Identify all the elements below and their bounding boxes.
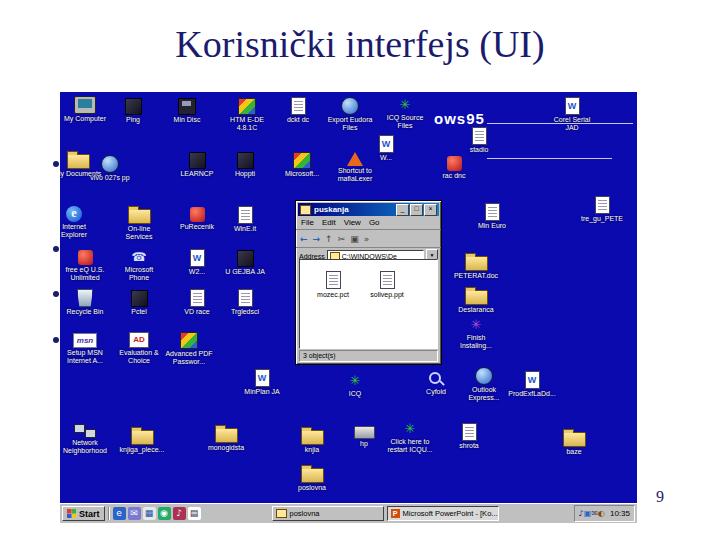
desktop-icon-label: VD race [173, 308, 221, 316]
desktop-icon-peterat[interactable]: PETERAT.doc [452, 252, 500, 280]
desktop-icon-finish-instaling[interactable]: Finish Instaling... [452, 316, 500, 350]
folder-icon [276, 509, 287, 518]
bullet-dot [53, 246, 59, 252]
cut-icon[interactable]: ✂ [338, 234, 346, 244]
desktop-icon-label: U GEJBA JA [221, 268, 269, 276]
desktop-icon-setup-msn[interactable]: Setup MSN Internet A... [61, 330, 109, 365]
fax-icon[interactable]: ✉ [591, 509, 598, 518]
maximize-button[interactable]: □ [410, 204, 423, 216]
file-name: solivep.ppt [364, 291, 410, 299]
desktop-icon-microsoft-phone[interactable]: Microsoft Phone [115, 248, 163, 282]
desktop-icon-network-neighborhood[interactable]: Network Neighborhood [61, 422, 109, 455]
taskbar-button[interactable]: poslovna [272, 506, 384, 521]
desktop-icon-poslovna-folder[interactable]: poslovna [288, 464, 336, 492]
desktop-icon-icq[interactable]: ICQ [331, 372, 379, 398]
desktop-icon-outlook-express[interactable]: Outlook Express... [460, 366, 508, 402]
overflow-chevron-icon[interactable]: » [364, 234, 370, 244]
desktop-icon-label: Internet Explorer [60, 223, 98, 239]
desktop-icon-stadio[interactable]: stadio [455, 126, 503, 154]
desktop-icon-my-computer[interactable]: My Computer [61, 96, 109, 123]
desktop-icon-label: poslovna [288, 484, 336, 492]
desktop-icon-corel-serial[interactable]: Corel Serial JAD [548, 96, 596, 132]
internet-explorer-icon[interactable]: e [113, 507, 126, 520]
channels-icon[interactable]: ◉ [158, 507, 171, 520]
outlook-mail-icon[interactable]: ✉ [128, 507, 141, 520]
menu-view[interactable]: View [344, 218, 361, 227]
desktop-icon-vlvo-027s[interactable]: vlvo 027s pp [86, 154, 134, 182]
desktop-icon-pctel[interactable]: Pctel [115, 288, 163, 316]
desktop-icon-evaluation-choice[interactable]: Evaluation & Choice [115, 330, 163, 365]
desktop-icon-icq-source[interactable]: ICQ Source Files [381, 96, 429, 130]
desktop-icon-advanced-pdf[interactable]: Advanced PDF Passwor... [165, 330, 213, 366]
desktop-icon-internet-explorer[interactable]: Internet Explorer [60, 205, 98, 239]
taskbar-clock[interactable]: 10:35 [610, 509, 630, 518]
menu-file[interactable]: File [301, 218, 314, 227]
document-icon[interactable]: ▤ [188, 507, 201, 520]
close-button[interactable]: × [424, 204, 437, 216]
window-titlebar[interactable]: puskanja _ □ × [298, 203, 439, 216]
doc-icon [595, 196, 610, 214]
desktop-icon-label: ProdExfLaDd... [508, 390, 556, 398]
desktop-icon-cyfoid[interactable]: Cyfoid [412, 370, 460, 396]
desktop-icon-label: PuRecenik [173, 223, 221, 231]
desktop-icon-online-services[interactable]: On-line Services [115, 205, 163, 241]
minimize-button[interactable]: _ [396, 204, 409, 216]
desktop-icon-wdoc-a[interactable]: W... [362, 134, 410, 162]
desktop-icon-purecenik[interactable]: PuRecenik [173, 205, 221, 231]
power-icon[interactable]: ◐ [598, 509, 605, 518]
desktop-icon-deslaranca[interactable]: Deslaranca [452, 286, 500, 314]
desktop-icon-recycle-bin[interactable]: Recycle Bin [61, 288, 109, 316]
window-title: puskanja [314, 205, 395, 214]
desktop-icon-wine-it[interactable]: WinE.it [221, 205, 269, 233]
file-item[interactable]: mozec.pct [310, 270, 356, 299]
ie-icon [66, 206, 82, 222]
dark-icon [131, 290, 148, 307]
desktop-icon-restart-icq[interactable]: Click here to restart ICQU... [386, 420, 434, 454]
menu-go[interactable]: Go [369, 218, 380, 227]
desktop-icon-label: ICQ Source Files [381, 114, 429, 130]
folder-icon [563, 432, 586, 447]
desktop-icon-knjiga-plece[interactable]: knjiga_plece... [118, 426, 166, 454]
desktop-icon-knjia[interactable]: knjia [288, 426, 336, 454]
media-player-icon[interactable]: ♪ [173, 507, 186, 520]
desktop-icon-ping[interactable]: Ping [109, 96, 157, 124]
bullet-dot [53, 291, 59, 297]
desktop-icon-learncp[interactable]: LEARNCP [173, 150, 221, 178]
doc-icon [462, 423, 477, 441]
desktop-icon-free-equs[interactable]: free eQ U.S. Unlimited [61, 248, 109, 282]
start-button[interactable]: Start [62, 506, 105, 521]
copy-icon[interactable]: ▣ [350, 234, 359, 244]
desktop-icon-monogidsta[interactable]: monogidsta [202, 424, 250, 452]
show-desktop-icon[interactable]: ▦ [143, 507, 156, 520]
desktop-icon-min-euro[interactable]: Min Euro [468, 202, 516, 230]
up-icon[interactable]: ↑ [325, 234, 333, 244]
globe-icon [101, 155, 119, 173]
file-item[interactable]: solivep.ppt [364, 270, 410, 299]
desktop-icon-baze[interactable]: baze [550, 428, 598, 456]
desktop-icon-label: Trgledsci [221, 308, 269, 316]
desktop-icon-export-eudora[interactable]: Export Eudora Files [326, 96, 374, 132]
taskbar-button[interactable]: PMicrosoft PowerPoint - [Ko... [387, 506, 499, 521]
desktop-icon-w2-doc[interactable]: W2... [173, 248, 221, 276]
desktop-icon-htm-ede[interactable]: HTM E-DE 4.8.1C [223, 96, 271, 132]
desktop-icon-u-gejba[interactable]: U GEJBA JA [221, 248, 269, 276]
desktop-icon-hp[interactable]: hp [340, 422, 388, 448]
desktop-icon-dckt-dc[interactable]: dckt dc [274, 96, 322, 124]
desktop-icon-hoppti[interactable]: Hoppti [221, 150, 269, 178]
folder-icon [215, 428, 238, 443]
desktop-icon-rac-dnc[interactable]: rac dnc [430, 154, 478, 180]
desktop-icon-minplan[interactable]: MinPlan JA [238, 368, 286, 396]
back-icon[interactable]: ← [300, 234, 308, 244]
desktop-icon-min-disc[interactable]: Min Disc [163, 96, 211, 124]
desktop-icon-trgledsci[interactable]: Trgledsci [221, 288, 269, 316]
flower-icon [402, 421, 418, 437]
desktop-icon-microsoft-app[interactable]: Microsoft... [278, 150, 326, 178]
forward-icon[interactable]: → [313, 234, 321, 244]
desktop-icon-shrota[interactable]: shrota [445, 422, 493, 450]
menu-edit[interactable]: Edit [322, 218, 336, 227]
desktop-icon-tre-gu-pete[interactable]: tre_gu_PETE [578, 195, 626, 223]
desktop-icon-vd-race[interactable]: VD race [173, 288, 221, 316]
wallpaper-text: ows95 [434, 110, 485, 127]
desktop-icon-prodexf[interactable]: ProdExfLaDd... [508, 370, 556, 398]
desktop-icon-label: shrota [445, 442, 493, 450]
